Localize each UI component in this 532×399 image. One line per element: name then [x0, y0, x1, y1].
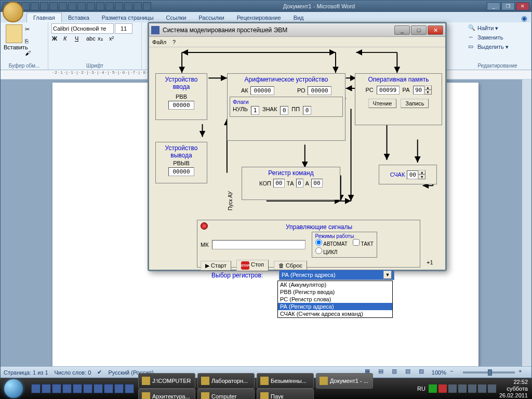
qat-icon[interactable] [96, 2, 104, 10]
ql-icon[interactable] [125, 384, 134, 393]
pp-value[interactable]: 0 [303, 106, 311, 115]
tray-icon[interactable] [478, 384, 486, 393]
maximize-button[interactable]: ❐ [501, 2, 515, 10]
bold-button[interactable]: Ж [51, 35, 62, 45]
tab-home[interactable]: Главная [26, 12, 62, 22]
a-value[interactable]: 00 [311, 179, 323, 188]
vertical-scrollbar[interactable] [522, 79, 531, 366]
sim-close-button[interactable]: ✕ [428, 25, 443, 35]
task-button[interactable]: Лабораторн... [197, 373, 255, 389]
tray-icon[interactable] [448, 384, 457, 393]
tray-icon[interactable] [458, 384, 467, 393]
tab-view[interactable]: Вид [287, 13, 310, 22]
task-button[interactable]: Паук [257, 389, 314, 399]
task-button[interactable]: J:\COMPUTER [138, 373, 195, 389]
clock[interactable]: 22:52 суббота 26.02.2011 [499, 379, 528, 399]
tab-layout[interactable]: Разметка страницы [96, 13, 160, 22]
start-button[interactable] [0, 378, 28, 399]
sign-value[interactable]: 0 [280, 106, 288, 115]
ql-icon[interactable] [62, 384, 72, 393]
status-proofing[interactable]: ✔ [97, 369, 102, 376]
rvyv-value[interactable]: 00000 [168, 167, 194, 176]
chevron-down-icon[interactable]: ▼ [383, 271, 392, 279]
ra-spinner[interactable]: 90▲▼ [413, 85, 432, 95]
superscript-button[interactable]: x² [109, 35, 119, 45]
stop-button[interactable]: STOP Стоп [236, 260, 269, 271]
write-button[interactable]: Запись [401, 99, 429, 108]
format-painter-icon[interactable]: 🖌 [24, 49, 35, 60]
zoom-value[interactable]: 100% [432, 369, 446, 376]
schak-spinner[interactable]: 00▲▼ [407, 170, 425, 179]
mode-cycle-radio[interactable]: ЦИКЛ [315, 249, 338, 255]
schak-down-button[interactable]: ▼ [418, 175, 425, 179]
ta-value[interactable]: 0 [296, 179, 303, 188]
qat-icon[interactable] [68, 2, 76, 10]
help-icon[interactable]: ◉ [521, 14, 527, 22]
qat-icon[interactable] [134, 2, 142, 10]
strike-button[interactable]: abc [86, 35, 96, 45]
qat-icon[interactable] [105, 2, 114, 10]
read-button[interactable]: Чтение [368, 99, 397, 108]
schak-value[interactable]: 00 [407, 170, 418, 179]
ql-icon[interactable] [114, 384, 124, 393]
zoom-slider[interactable] [463, 371, 515, 374]
menu-help[interactable]: ? [172, 39, 176, 45]
subscript-button[interactable]: x₂ [97, 35, 108, 45]
rs-value[interactable]: 00099 [377, 86, 400, 95]
cut-icon[interactable]: ✂ [24, 25, 35, 36]
qat-icon[interactable] [143, 2, 151, 10]
dd-option-rs[interactable]: РС (Регистр слова) [278, 296, 392, 303]
qat-icon[interactable] [124, 2, 132, 10]
dd-option-rbb[interactable]: РВВ (Регистр ввода) [278, 288, 392, 296]
dd-option-ra[interactable]: РА (Регистр адреса) [278, 303, 392, 310]
superscript-icon[interactable] [40, 2, 48, 10]
qat-icon[interactable] [87, 2, 95, 10]
reset-button[interactable]: 🗑 Сброс [274, 261, 307, 270]
tab-review[interactable]: Рецензирование [231, 13, 287, 22]
mk-field[interactable] [212, 240, 305, 249]
italic-button[interactable]: К [63, 35, 73, 45]
tray-icon[interactable] [438, 384, 447, 393]
task-button[interactable]: Архитектура... [138, 389, 195, 399]
start-button[interactable]: ▶ Старт [201, 261, 231, 271]
ra-value[interactable]: 90 [413, 86, 424, 95]
pi-icon[interactable] [31, 2, 39, 10]
ql-icon[interactable] [104, 384, 113, 393]
ro-value[interactable]: 00000 [308, 86, 331, 95]
mode-tact-check[interactable]: ТАКТ [353, 239, 374, 247]
menu-file[interactable]: Файл [152, 39, 166, 45]
ql-icon[interactable] [52, 384, 61, 393]
copy-icon[interactable]: ⎘ [24, 37, 35, 48]
tray-icon[interactable] [429, 384, 437, 393]
sim-maximize-button[interactable]: □ [411, 25, 427, 35]
rbb-value[interactable]: 00000 [168, 101, 194, 110]
ql-icon[interactable] [42, 384, 51, 393]
task-button[interactable]: Безымянны... [257, 373, 314, 389]
qat-icon[interactable] [115, 2, 123, 10]
register-select[interactable]: РА (Регистр адреса) ▼ [279, 270, 394, 280]
schak-up-button[interactable]: ▲ [418, 170, 425, 175]
view-draft-icon[interactable]: ▨ [418, 367, 429, 378]
paste-button[interactable]: Вставить [4, 23, 24, 55]
qat-icon[interactable] [59, 2, 67, 10]
status-page[interactable]: Страница: 1 из 1 [4, 369, 48, 376]
minimize-button[interactable]: _ [487, 2, 500, 10]
close-button[interactable]: ✕ [516, 2, 529, 10]
find-button[interactable]: 🔍Найти ▾ [467, 23, 528, 33]
mode-auto-radio[interactable]: АВТОМАТ [315, 239, 348, 247]
null-value[interactable]: 1 [251, 106, 259, 115]
ak-value[interactable]: 00000 [250, 86, 274, 95]
dd-option-ak[interactable]: АК (Аккумулятор) [278, 281, 392, 288]
zoom-out-button[interactable]: − [449, 367, 460, 378]
tray-icon[interactable] [468, 384, 476, 393]
zoom-in-button[interactable]: + [518, 367, 528, 378]
volume-icon[interactable] [488, 384, 496, 393]
tab-mailings[interactable]: Рассылки [192, 13, 230, 22]
qat-icon[interactable] [77, 2, 86, 10]
tab-references[interactable]: Ссылки [160, 13, 193, 22]
ql-icon[interactable] [83, 384, 92, 393]
sim-minimize-button[interactable]: _ [394, 25, 410, 35]
tab-insert[interactable]: Вставка [62, 13, 96, 22]
ql-icon[interactable] [94, 384, 103, 393]
sim-titlebar[interactable]: Система моделирования простейшей ЭВМ _ □… [149, 23, 445, 37]
